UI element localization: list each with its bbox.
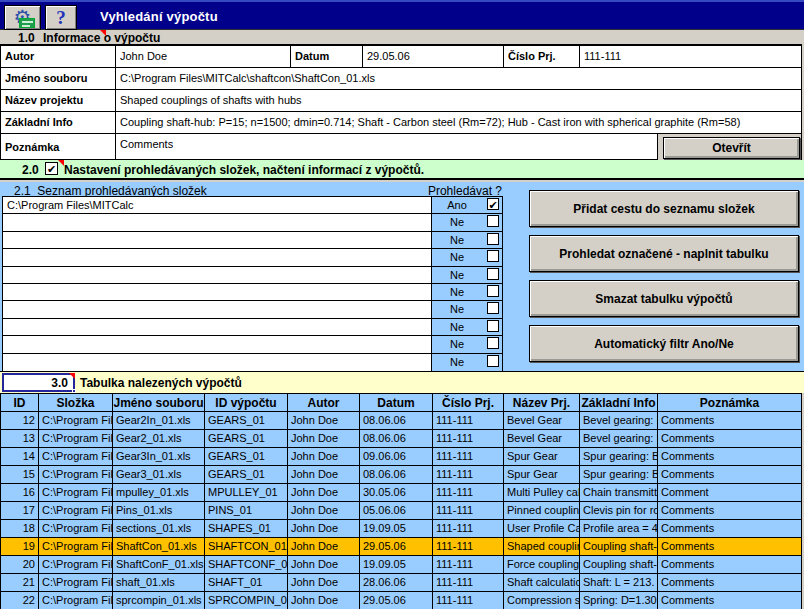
table-cell[interactable]: Comments	[658, 502, 802, 519]
table-cell[interactable]: Comments	[658, 412, 802, 429]
table-cell[interactable]: C:\Program Files	[39, 592, 113, 609]
table-cell[interactable]: 14	[1, 448, 39, 465]
filename-value[interactable]: C:\Program Files\MITCalc\shaftcon\ShaftC…	[116, 68, 801, 89]
table-cell[interactable]: 30.05.06	[360, 484, 433, 501]
folder-path-cell[interactable]	[3, 284, 431, 301]
table-cell[interactable]: Comments	[658, 592, 802, 609]
search-flag-checkbox[interactable]	[487, 302, 499, 314]
table-cell[interactable]: Comments	[658, 430, 802, 447]
autofilter-button[interactable]: Automatický filtr Ano/Ne	[529, 325, 799, 362]
table-cell[interactable]: Pinned coupling	[504, 502, 580, 519]
search-flag-checkbox[interactable]	[487, 233, 499, 245]
table-cell[interactable]: John Doe	[288, 502, 360, 519]
table-cell[interactable]: SHAFTCON_01	[205, 538, 288, 555]
table-cell[interactable]: 19	[1, 538, 39, 555]
table-cell[interactable]: 111-111	[433, 556, 504, 573]
table-cell[interactable]: Shaft: L = 213.	[580, 574, 658, 591]
date-value[interactable]: 29.05.06	[363, 46, 504, 67]
table-cell[interactable]: 08.06.06	[360, 466, 433, 483]
table-cell[interactable]: 22	[1, 592, 39, 609]
table-cell[interactable]: 29.05.06	[360, 538, 433, 555]
table-cell[interactable]: 21	[1, 574, 39, 591]
table-cell[interactable]: 16	[1, 484, 39, 501]
table-cell[interactable]: Coupling shaft-h	[580, 538, 658, 555]
table-cell[interactable]: Pins_01.xls	[113, 502, 205, 519]
table-cell[interactable]: C:\Program Files	[39, 412, 113, 429]
table-cell[interactable]: 111-111	[433, 484, 504, 501]
table-cell[interactable]: 15	[1, 466, 39, 483]
basic-info-value[interactable]: Coupling shaft-hub: P=15; n=1500; dmin=0…	[116, 112, 801, 133]
table-cell[interactable]: ShaftCon_01.xls	[113, 538, 205, 555]
table-cell[interactable]: Gear3In_01.xls	[113, 448, 205, 465]
table-cell[interactable]: 20	[1, 556, 39, 573]
table-cell[interactable]: C:\Program Files	[39, 484, 113, 501]
table-cell[interactable]: John Doe	[288, 592, 360, 609]
table-cell[interactable]: Comments	[658, 556, 802, 573]
table-cell[interactable]: sections_01.xls	[113, 520, 205, 537]
table-cell[interactable]: 111-111	[433, 430, 504, 447]
table-cell[interactable]: John Doe	[288, 430, 360, 447]
search-flag-checkbox[interactable]	[487, 268, 499, 280]
table-cell[interactable]: mpulley_01.xls	[113, 484, 205, 501]
table-cell[interactable]: 09.06.06	[360, 448, 433, 465]
search-flag-checkbox[interactable]: ✔	[487, 198, 499, 210]
table-cell[interactable]: John Doe	[288, 538, 360, 555]
table-cell[interactable]: C:\Program Files	[39, 538, 113, 555]
table-cell[interactable]: 29.05.06	[360, 592, 433, 609]
table-cell[interactable]: 13	[1, 430, 39, 447]
table-cell[interactable]: John Doe	[288, 574, 360, 591]
table-cell[interactable]: 19.09.05	[360, 556, 433, 573]
search-flag-checkbox[interactable]	[487, 337, 499, 349]
folder-path-cell[interactable]	[3, 319, 431, 336]
folder-path-cell[interactable]	[3, 354, 431, 371]
table-cell[interactable]: C:\Program Files	[39, 520, 113, 537]
table-cell[interactable]: 111-111	[433, 592, 504, 609]
section3-selected-cell[interactable]: 3.0	[2, 373, 75, 392]
add-path-button[interactable]: Přidat cestu do seznamu složek	[529, 190, 799, 227]
table-cell[interactable]: 111-111	[433, 466, 504, 483]
table-cell[interactable]: 28.06.06	[360, 574, 433, 591]
table-cell[interactable]: Shaft calculatio	[504, 574, 580, 591]
table-cell[interactable]: Gear2In_01.xls	[113, 412, 205, 429]
folder-path-cell[interactable]	[3, 301, 431, 318]
table-cell[interactable]: 17	[1, 502, 39, 519]
table-cell[interactable]: User Profile Cal	[504, 520, 580, 537]
table-cell[interactable]: Comments	[658, 466, 802, 483]
search-flag-checkbox[interactable]	[487, 355, 499, 367]
table-cell[interactable]: 111-111	[433, 502, 504, 519]
table-cell[interactable]: GEARS_01	[205, 412, 288, 429]
mitcalc-logo-button[interactable]: ⚙	[4, 5, 41, 30]
note-value[interactable]: Comments	[116, 134, 658, 161]
table-cell[interactable]: SHAFT_01	[205, 574, 288, 591]
table-cell[interactable]: SPRCOMPIN_01	[205, 592, 288, 609]
open-button[interactable]: Otevřít	[663, 137, 800, 159]
folder-path-cell[interactable]	[3, 336, 431, 353]
table-cell[interactable]: 111-111	[433, 412, 504, 429]
table-cell[interactable]: Spur Gear	[504, 448, 580, 465]
table-cell[interactable]: SHAPES_01	[205, 520, 288, 537]
table-cell[interactable]: Shaped couplin	[504, 538, 580, 555]
table-cell[interactable]: Compression sp	[504, 592, 580, 609]
search-flag-checkbox[interactable]	[487, 215, 499, 227]
table-cell[interactable]: C:\Program Files	[39, 556, 113, 573]
table-cell[interactable]: 08.06.06	[360, 430, 433, 447]
project-name-value[interactable]: Shaped couplings of shafts with hubs	[116, 90, 801, 111]
table-cell[interactable]: 111-111	[433, 574, 504, 591]
table-cell[interactable]: John Doe	[288, 556, 360, 573]
table-cell[interactable]: Comment	[658, 484, 802, 501]
table-cell[interactable]: Spring: D=1.309	[580, 592, 658, 609]
table-cell[interactable]: GEARS_01	[205, 448, 288, 465]
table-cell[interactable]: Coupling shaft-h	[580, 556, 658, 573]
project-number-value[interactable]: 111-111	[580, 46, 801, 67]
table-cell[interactable]: Gear2_01.xls	[113, 430, 205, 447]
table-cell[interactable]: Force couplings	[504, 556, 580, 573]
table-cell[interactable]: 111-111	[433, 538, 504, 555]
table-cell[interactable]: C:\Program Files	[39, 430, 113, 447]
table-cell[interactable]: 19.09.05	[360, 520, 433, 537]
table-cell[interactable]: Spur gearing: Be	[580, 466, 658, 483]
table-cell[interactable]: Bevel gearing: B	[580, 430, 658, 447]
table-cell[interactable]: 08.06.06	[360, 412, 433, 429]
table-cell[interactable]: Comments	[658, 448, 802, 465]
table-cell[interactable]: C:\Program Files	[39, 574, 113, 591]
table-cell[interactable]: GEARS_01	[205, 430, 288, 447]
